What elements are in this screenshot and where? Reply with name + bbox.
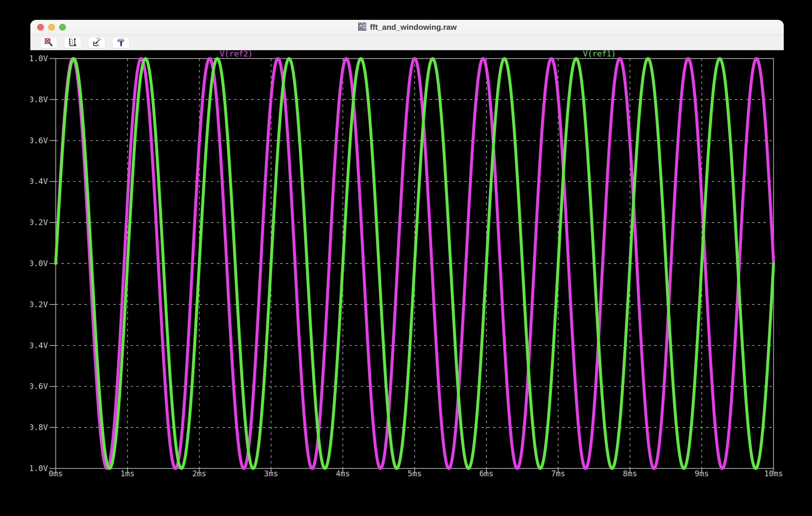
x-axis-label: 9ms <box>695 469 709 477</box>
plot-pane[interactable]: 1.0V0.8V0.6V0.4V0.2V0.0V-0.2V-0.4V-0.6V-… <box>30 50 784 477</box>
waveform-plot[interactable]: 1.0V0.8V0.6V0.4V0.2V0.0V-0.2V-0.4V-0.6V-… <box>30 50 784 477</box>
title-bar[interactable]: fft_and_windowing.raw <box>30 20 784 35</box>
desktop: fft_and_windowing.raw <box>0 0 812 516</box>
waveform-viewer-window: fft_and_windowing.raw <box>30 20 784 477</box>
x-axis-label: 1ms <box>120 469 135 477</box>
x-axis-label: 0ms <box>49 469 63 477</box>
y-axis-label: 0.8V <box>30 95 48 104</box>
toolbar <box>30 35 784 50</box>
title-group: fft_and_windowing.raw <box>357 22 457 32</box>
close-button[interactable] <box>37 24 44 31</box>
x-axis-label: 5ms <box>408 469 422 477</box>
y-axis-label: -0.6V <box>30 382 48 391</box>
zoom-back-button[interactable] <box>40 37 57 48</box>
y-axis-label: 0.4V <box>30 177 48 186</box>
window-controls <box>30 20 66 34</box>
y-axis-label: -0.4V <box>30 341 48 350</box>
x-axis-label: 7ms <box>551 469 565 477</box>
x-axis-label: 3ms <box>264 469 278 477</box>
y-axis-label: -0.2V <box>30 300 48 309</box>
magnifier-crossed-icon <box>44 38 54 48</box>
x-axis-label: 2ms <box>192 469 206 477</box>
x-axis-label: 10ms <box>764 469 783 477</box>
replot-pan-button[interactable] <box>88 37 106 48</box>
y-axis-label: 0.0V <box>30 259 48 268</box>
x-axis-label: 6ms <box>479 469 493 477</box>
y-axis-label: 0.2V <box>30 218 48 227</box>
hammer-icon <box>116 38 126 48</box>
x-axis-label: 8ms <box>623 469 637 477</box>
trace-label-V(ref2)[interactable]: V(ref2) <box>220 50 253 58</box>
document-waveform-icon <box>357 22 367 32</box>
x-axis-label: 4ms <box>336 469 350 477</box>
y-axis-label: 1.0V <box>30 54 48 63</box>
pan-to-origin-icon <box>92 38 102 48</box>
window-title: fft_and_windowing.raw <box>370 23 457 32</box>
autorange-y-button[interactable] <box>64 37 81 48</box>
trace-label-V(ref1)[interactable]: V(ref1) <box>583 50 616 58</box>
trace-V(ref1) <box>56 59 774 468</box>
y-axis-label: -0.8V <box>30 423 48 432</box>
y-axis-label: 0.6V <box>30 136 48 145</box>
minimize-button[interactable] <box>48 24 55 31</box>
zoom-button[interactable] <box>59 24 66 31</box>
autorange-y-axis-icon <box>68 38 78 48</box>
y-axis-label: -1.0V <box>30 464 48 473</box>
control-panel-button[interactable] <box>112 37 129 48</box>
